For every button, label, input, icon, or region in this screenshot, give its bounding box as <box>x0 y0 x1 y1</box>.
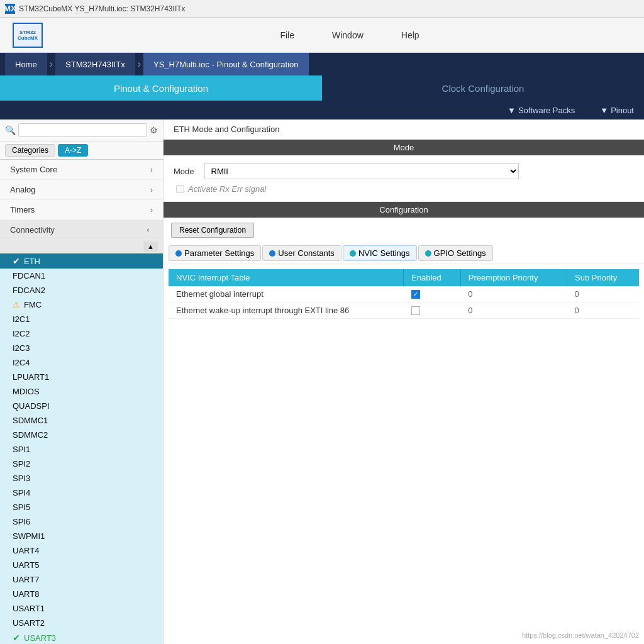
sidebar-item-usart2[interactable]: USART2 <box>0 616 163 630</box>
sidebar-item-system-core[interactable]: System Core › <box>0 160 163 180</box>
sidebar-item-fdcan1[interactable]: FDCAN1 <box>0 269 163 283</box>
chevron-down-icon: ▼ <box>508 106 516 115</box>
nvic-col-preemption: Preemption Priority <box>460 269 567 286</box>
chevron-right-icon-2: › <box>150 186 153 194</box>
sort-button[interactable]: ▲ <box>143 242 158 252</box>
nvic-table-container: NVIC Interrupt Table Enabled Preemption … <box>164 264 644 321</box>
software-packs-btn[interactable]: ▼ Software Packs <box>508 106 575 115</box>
activate-rx-label: Activate Rx Err signal <box>188 184 266 194</box>
activate-rx-checkbox[interactable] <box>176 185 184 193</box>
warning-icon: ⚠ <box>13 300 20 309</box>
sidebar-item-spi5[interactable]: SPI5 <box>0 500 163 514</box>
breadcrumb-home[interactable]: Home <box>5 53 47 75</box>
nvic-row1-preemption: 0 <box>460 286 567 303</box>
checkbox-enabled-2[interactable] <box>411 306 420 315</box>
sidebar-item-eth[interactable]: ✔ ETH <box>0 253 163 269</box>
sidebar-item-swpmi1[interactable]: SWPMI1 <box>0 529 163 543</box>
sidebar-item-timers[interactable]: Timers › <box>0 200 163 220</box>
nvic-row1-enabled: ✓ <box>404 286 461 303</box>
mode-label: Mode <box>174 167 194 176</box>
nav-list: System Core › Analog › Timers › Connecti… <box>0 160 163 644</box>
table-row: Ethernet global interrupt ✓ 0 0 <box>169 286 639 303</box>
nvic-row2-name: Ethernet wake-up interrupt through EXTI … <box>169 303 404 319</box>
tab-gpio-settings[interactable]: GPIO Settings <box>418 245 493 261</box>
logo-box: STM32 CubeMX <box>13 23 43 48</box>
panel-title: ETH Mode and Configuration <box>164 119 644 140</box>
sidebar-item-quadspi[interactable]: QUADSPI <box>0 399 163 413</box>
sidebar-item-sdmmc2[interactable]: SDMMC2 <box>0 428 163 442</box>
search-icon[interactable]: 🔍 <box>5 125 16 135</box>
tab-parameter-settings[interactable]: Parameter Settings <box>169 245 261 261</box>
breadcrumb-device[interactable]: STM32H743IITx <box>55 53 135 75</box>
sidebar-item-mdios[interactable]: MDIOS <box>0 384 163 399</box>
table-row: Ethernet wake-up interrupt through EXTI … <box>169 303 639 319</box>
mode-row: Mode RMII <box>174 163 634 179</box>
check-icon: ✔ <box>13 256 20 266</box>
mode-section-header: Mode <box>164 140 644 155</box>
tab-nvic-settings[interactable]: NVIC Settings <box>343 245 417 261</box>
gear-icon[interactable]: ⚙ <box>150 125 158 135</box>
mode-select[interactable]: RMII <box>204 163 519 179</box>
tab-categories[interactable]: Categories <box>5 144 55 157</box>
sidebar-item-uart7[interactable]: UART7 <box>0 572 163 587</box>
sidebar-item-uart4[interactable]: UART4 <box>0 543 163 558</box>
menu-window[interactable]: Window <box>332 30 364 40</box>
breadcrumb-arrow-2: › <box>135 58 143 70</box>
sidebar-item-fmc[interactable]: ⚠ FMC <box>0 297 163 312</box>
config-section-header: Configuration <box>164 202 644 218</box>
chevron-down-icon-2: ▼ <box>600 106 608 115</box>
watermark: https://blog.csdn.net/watan_42024702 <box>522 631 639 639</box>
sidebar-item-spi6[interactable]: SPI6 <box>0 514 163 529</box>
sidebar-item-spi3[interactable]: SPI3 <box>0 471 163 486</box>
nvic-row2-enabled <box>404 303 461 319</box>
sidebar-item-lpuart1[interactable]: LPUART1 <box>0 370 163 384</box>
reset-btn-row: Reset Configuration <box>164 218 644 243</box>
sidebar-item-i2c4[interactable]: I2C4 <box>0 355 163 370</box>
menu-help[interactable]: Help <box>401 30 419 40</box>
activate-rx-row: Activate Rx Err signal <box>174 184 634 194</box>
mode-section: Mode RMII Activate Rx Err signal <box>164 155 644 202</box>
nvic-dot <box>350 250 356 257</box>
sidebar-item-i2c3[interactable]: I2C3 <box>0 341 163 355</box>
chevron-right-icon-3: › <box>150 206 153 214</box>
nvic-col-name: NVIC Interrupt Table <box>169 269 404 286</box>
tab-az[interactable]: A->Z <box>58 144 88 157</box>
category-tabs: Categories A->Z <box>0 142 163 160</box>
sidebar-item-i2c1[interactable]: I2C1 <box>0 312 163 326</box>
nvic-row1-name: Ethernet global interrupt <box>169 286 404 303</box>
app-icon: MX <box>5 4 15 14</box>
sidebar-item-analog[interactable]: Analog › <box>0 180 163 200</box>
tab-pinout[interactable]: Pinout & Configuration <box>0 75 322 101</box>
sidebar-item-fdcan2[interactable]: FDCAN2 <box>0 283 163 297</box>
sidebar-item-usart3[interactable]: ✔ USART3 <box>0 630 163 644</box>
connectivity-items: ✔ ETH FDCAN1 FDCAN2 ⚠ FMC I2C1 I2C2 <box>0 253 163 644</box>
chevron-down-icon-3: ⌄ <box>145 227 154 233</box>
sidebar-item-uart8[interactable]: UART8 <box>0 587 163 601</box>
sidebar-item-i2c2[interactable]: I2C2 <box>0 326 163 341</box>
checkbox-enabled-1[interactable]: ✓ <box>411 290 420 299</box>
breadcrumb: Home › STM32H743IITx › YS_H7Multi.ioc - … <box>0 53 644 75</box>
sub-header: ▼ Software Packs ▼ Pinout <box>0 101 644 119</box>
sidebar-item-usart1[interactable]: USART1 <box>0 601 163 616</box>
main-tabs: Pinout & Configuration Clock Configurati… <box>0 75 644 101</box>
sidebar-item-uart5[interactable]: UART5 <box>0 558 163 572</box>
tab-user-constants[interactable]: User Constants <box>262 245 341 261</box>
sidebar-item-spi2[interactable]: SPI2 <box>0 457 163 471</box>
sidebar-item-spi1[interactable]: SPI1 <box>0 442 163 457</box>
chevron-right-icon: › <box>150 165 153 174</box>
breadcrumb-file[interactable]: YS_H7Multi.ioc - Pinout & Configuration <box>143 53 309 75</box>
logo-stm: STM32 <box>19 30 36 35</box>
sidebar-item-connectivity[interactable]: Connectivity ⌄ <box>0 220 163 240</box>
left-panel: 🔍 ⚙ Categories A->Z System Core › Analog… <box>0 119 164 644</box>
sidebar-item-sdmmc1[interactable]: SDMMC1 <box>0 413 163 428</box>
tab-clock[interactable]: Clock Configuration <box>322 75 644 101</box>
nvic-col-enabled: Enabled <box>404 269 461 286</box>
breadcrumb-arrow-1: › <box>47 58 55 70</box>
search-input[interactable] <box>18 123 147 137</box>
menu-items: File Window Help <box>68 30 631 40</box>
sidebar-item-spi4[interactable]: SPI4 <box>0 486 163 500</box>
pinout-btn[interactable]: ▼ Pinout <box>600 106 634 115</box>
reset-configuration-button[interactable]: Reset Configuration <box>171 223 254 238</box>
nvic-table: NVIC Interrupt Table Enabled Preemption … <box>169 269 639 319</box>
menu-file[interactable]: File <box>280 30 294 40</box>
